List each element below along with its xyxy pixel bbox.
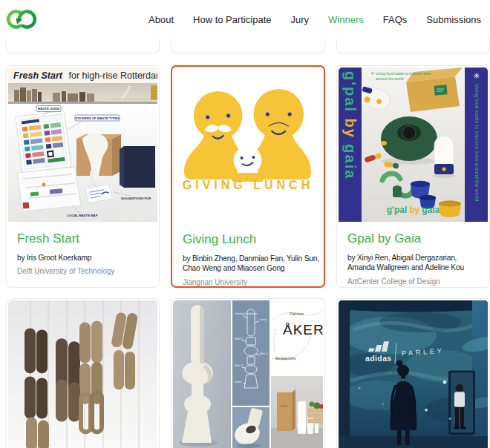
project-card-adidas-parley[interactable]: adidas PARLEY [336, 298, 490, 448]
vegetable-crate [308, 401, 323, 423]
gpal-right-bar: ✳ Using food waste to improve lives arou… [465, 67, 488, 222]
project-affiliation: ArtCenter College of Design [347, 277, 479, 286]
previous-card-bottom[interactable] [171, 39, 325, 53]
giving-lunch-illustration [174, 68, 322, 223]
farmers-label: Farmers [290, 312, 304, 316]
main-nav: About How to Participate Jury Winners FA… [148, 14, 484, 25]
banner-subtitle: for high-rise Rotterdam [68, 70, 157, 81]
diagram-label: urine [260, 317, 267, 321]
aker-collage: chemical solution urine filter 1 filter … [173, 300, 323, 448]
gpal-left-bar: g'pal by gaia [339, 67, 362, 222]
aker-diagram-panel: chemical solution urine filter 1 filter … [232, 300, 270, 406]
circular-economy-loop-logo[interactable] [6, 7, 39, 31]
giving-lunch-info: Giving Lunch by Binbin Zheng, Danmiao Fa… [172, 224, 324, 286]
white-tray [362, 78, 392, 111]
project-authors: by Iris Groot Koerkamp [17, 253, 148, 263]
asterisk-icon: ✳ [473, 67, 480, 82]
nav-item-how-to-participate[interactable]: How to Participate [193, 14, 272, 25]
previous-card-bottom[interactable] [6, 39, 160, 53]
aker-column-photo [173, 300, 231, 448]
gpal-top-tagline: ✳ Using food waste to improve lives arou… [370, 71, 434, 81]
nav-item-jury[interactable]: Jury [291, 14, 310, 25]
label-suggestions: SUGGESTIONS FOR [121, 197, 151, 200]
nav-item-winners[interactable]: Winners [328, 14, 364, 25]
project-card-aker[interactable]: chemical solution urine filter 1 filter … [171, 298, 325, 448]
giving-lunch-image[interactable]: GIVING LUNCH [174, 68, 322, 223]
nav-item-faqs[interactable]: FAQs [383, 14, 408, 25]
diagram-label: chemical solution [235, 312, 258, 315]
project-card-giving-lunch[interactable]: GIVING LUNCH Giving Lunch by Binbin Zhen… [171, 65, 325, 288]
diagram-label: filter 2 [260, 352, 269, 355]
adidas-wordmark: adidas [365, 355, 392, 363]
project-affiliation: Jiangnan University [183, 278, 313, 286]
nav-item-about[interactable]: About [148, 14, 174, 25]
felt-pods-photo [8, 300, 157, 448]
fresh-start-image[interactable]: Fresh Start for high-rise Rotterdam [8, 67, 157, 222]
project-card-gpal-by-gaia[interactable]: g'pal by gaia ✳ Using food waste to impr… [336, 65, 490, 288]
svg-text:Fresh Start for high: Fresh Start for high-rise Rotterdam [13, 70, 157, 81]
previous-row-partial [6, 39, 490, 53]
local-waste-map [17, 167, 81, 211]
gpal-image[interactable]: g'pal by gaia ✳ Using food waste to impr… [339, 67, 488, 222]
project-affiliation: Delft University of Technology [17, 267, 148, 275]
researchers-label: Researchers [275, 357, 296, 360]
site-header: About How to Participate Jury Winners FA… [0, 0, 490, 39]
gpal-caption-wordmark: g'palbygaia [362, 205, 465, 215]
project-authors: by Xinyi Ren, Abigail Dergazarian, Amand… [347, 253, 479, 273]
fresh-start-info: Fresh Start by Iris Groot Koerkamp Delft… [7, 223, 159, 275]
tower-building [151, 85, 157, 100]
banner-title: Fresh Start [13, 70, 63, 81]
gpal-product-photo: ✳ Using food waste to improve lives arou… [362, 67, 465, 222]
gpal-vertical-tagline: Using food waste to improve lives around… [472, 82, 480, 216]
green-composter [381, 116, 437, 165]
project-authors: by Binbin Zheng, Danmiao Fan, Yulin Sun,… [183, 254, 313, 274]
fresh-start-illustration: Fresh Start for high-rise Rotterdam [8, 67, 157, 222]
aker-logo: ÅKER [283, 322, 323, 337]
waste-guide-box [16, 111, 71, 172]
diagram-label: water [235, 380, 242, 383]
aker-detail-photo [232, 407, 270, 448]
diagram-label: filter 3 [235, 363, 244, 367]
project-card-fresh-start[interactable]: Fresh Start for high-rise Rotterdam [6, 65, 160, 288]
label-map: LOCAL WASTE MAP [68, 214, 98, 217]
winners-grid: Fresh Start for high-rise Rotterdam [6, 65, 490, 288]
giving-lunch-caption: GIVING LUNCH [174, 179, 322, 192]
asterisk-icon: ✳ [370, 71, 374, 81]
label-waste-guide: WASTE GUIDE [38, 107, 60, 111]
label-stickers: STICKERS OF WASTE TYPES [75, 116, 119, 120]
project-card-felt-pods[interactable] [6, 298, 160, 448]
adidas-parley-photo: adidas PARLEY [339, 300, 488, 448]
aker-packaging-photo: ÅKER [271, 376, 323, 448]
project-title[interactable]: Gpal by Gaia [347, 231, 479, 246]
navy-bin [120, 146, 155, 188]
gpal-products [362, 67, 465, 222]
diagram-label: filter 1 [235, 337, 244, 340]
nav-item-submissions[interactable]: Submissions [426, 14, 481, 25]
aker-logo-panel: Farmers Researchers ÅKER [271, 300, 323, 375]
project-title[interactable]: Fresh Start [17, 231, 148, 246]
gpal-vertical-wordmark: g'pal by gaia [339, 67, 362, 179]
previous-card-bottom[interactable] [336, 39, 490, 53]
gpal-info: Gpal by Gaia by Xinyi Ren, Abigail Derga… [337, 223, 489, 286]
project-title[interactable]: Giving Lunch [183, 232, 313, 247]
next-row-grid: chemical solution urine filter 1 filter … [6, 298, 490, 448]
white-lamp [432, 136, 456, 178]
bag-logo: ÅKER [281, 404, 288, 408]
